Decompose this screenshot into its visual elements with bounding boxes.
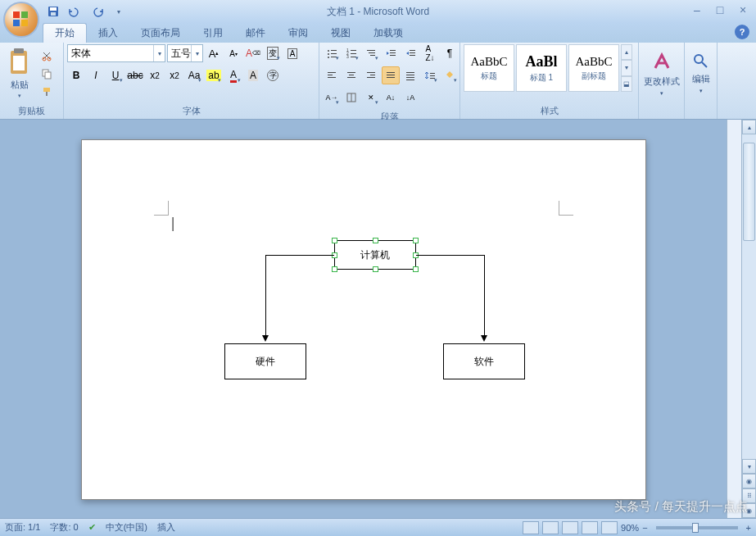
tab-view[interactable]: 视图 bbox=[319, 24, 362, 43]
align-right-button[interactable] bbox=[362, 66, 380, 84]
paste-button[interactable]: 粘贴 ▾ bbox=[3, 44, 36, 102]
sort-desc-button[interactable]: ↓A bbox=[401, 89, 419, 107]
show-marks-button[interactable]: ¶ bbox=[441, 44, 459, 62]
zoom-in-button[interactable]: + bbox=[746, 523, 751, 533]
page[interactable]: │ 计算机 硬件 bbox=[81, 139, 646, 500]
gallery-up-button[interactable]: ▴ bbox=[621, 44, 632, 60]
view-fullscreen-button[interactable] bbox=[542, 521, 559, 534]
multilevel-list-button[interactable] bbox=[362, 44, 380, 62]
format-painter-button[interactable] bbox=[38, 84, 56, 100]
subscript-button[interactable]: x2 bbox=[146, 66, 164, 84]
line-spacing-button[interactable] bbox=[421, 66, 439, 84]
status-page[interactable]: 页面: 1/1 bbox=[5, 521, 40, 534]
style-item-subtitle[interactable]: AaBbC 副标题 bbox=[568, 44, 619, 92]
scroll-down-button[interactable]: ▾ bbox=[742, 459, 756, 474]
undo-button[interactable] bbox=[64, 2, 82, 20]
scroll-up-button[interactable]: ▴ bbox=[742, 120, 756, 134]
tab-addins[interactable]: 加载项 bbox=[362, 24, 414, 43]
shrink-font-button[interactable]: A▾ bbox=[224, 44, 242, 62]
help-button[interactable]: ? bbox=[735, 25, 749, 39]
diagram-box-software[interactable]: 软件 bbox=[443, 343, 525, 379]
underline-button[interactable]: U bbox=[106, 66, 124, 84]
save-button[interactable] bbox=[44, 2, 62, 20]
close-button[interactable]: × bbox=[735, 3, 751, 16]
arrow-icon bbox=[262, 335, 269, 342]
bold-button[interactable]: B bbox=[67, 66, 85, 84]
superscript-button[interactable]: x2 bbox=[165, 66, 183, 84]
style-item-heading1[interactable]: AaBl 标题 1 bbox=[516, 44, 567, 92]
numbering-button[interactable]: 123 bbox=[342, 44, 360, 62]
char-shading-button[interactable]: A bbox=[244, 66, 262, 84]
text-direction-button[interactable]: A→ bbox=[323, 89, 341, 107]
zoom-level[interactable]: 90% bbox=[621, 523, 639, 533]
increase-indent-button[interactable] bbox=[401, 44, 419, 62]
enclose-char-button[interactable]: 字 bbox=[264, 66, 282, 84]
scroll-thumb[interactable] bbox=[743, 143, 755, 241]
qat-customize-button[interactable]: ▾ bbox=[110, 2, 128, 20]
font-size-combo[interactable]: 五号▾ bbox=[167, 44, 203, 62]
strikethrough-button[interactable]: abc bbox=[126, 66, 144, 84]
font-name-combo[interactable]: 宋体▾ bbox=[67, 44, 165, 62]
view-web-button[interactable] bbox=[562, 521, 578, 534]
tab-pagelayout[interactable]: 页面布局 bbox=[129, 24, 192, 43]
minimize-button[interactable]: – bbox=[689, 3, 705, 16]
prev-page-button[interactable]: ◉ bbox=[742, 474, 756, 488]
view-draft-button[interactable] bbox=[601, 521, 618, 534]
clear-formatting-button[interactable]: A⌫ bbox=[244, 44, 262, 62]
vertical-scrollbar[interactable]: ▴ ▾ ◉ ⠿ ◉ bbox=[741, 120, 756, 518]
bullets-button[interactable] bbox=[323, 44, 341, 62]
sort-asc-button[interactable]: A↓ bbox=[382, 89, 400, 107]
redo-button[interactable] bbox=[90, 2, 108, 20]
italic-button[interactable]: I bbox=[87, 66, 105, 84]
restore-button[interactable]: □ bbox=[712, 3, 728, 16]
document-area: │ 计算机 硬件 bbox=[0, 120, 756, 518]
shading-button[interactable] bbox=[441, 66, 459, 84]
view-print-layout-button[interactable] bbox=[523, 521, 539, 534]
style-item-title[interactable]: AaBbC 标题 bbox=[464, 44, 514, 92]
window-controls: – □ × bbox=[689, 3, 751, 16]
decrease-indent-button[interactable] bbox=[382, 44, 400, 62]
window-title: 文档 1 - Microsoft Word bbox=[327, 5, 429, 19]
highlight-button[interactable]: ab bbox=[205, 66, 223, 84]
status-proofing-icon[interactable]: ✔ bbox=[88, 522, 96, 533]
copy-button[interactable] bbox=[38, 66, 56, 82]
grow-font-button[interactable]: A▴ bbox=[205, 44, 223, 62]
editing-button[interactable]: 编辑 ▾ bbox=[688, 44, 713, 102]
status-language[interactable]: 中文(中国) bbox=[106, 521, 147, 534]
char-border-button[interactable]: A bbox=[283, 44, 301, 62]
diagram-box-hardware[interactable]: 硬件 bbox=[224, 343, 306, 379]
justify-button[interactable] bbox=[382, 66, 400, 84]
change-styles-button[interactable]: 更改样式 ▾ bbox=[642, 44, 681, 102]
scroll-track[interactable] bbox=[742, 134, 756, 459]
asian-layout-button[interactable] bbox=[342, 89, 360, 107]
browse-object-button[interactable]: ⠿ bbox=[742, 488, 756, 503]
status-insert-mode[interactable]: 插入 bbox=[157, 521, 175, 534]
tab-mailings[interactable]: 邮件 bbox=[234, 24, 277, 43]
zoom-slider-thumb[interactable] bbox=[692, 523, 699, 533]
distributed-button[interactable] bbox=[401, 66, 419, 84]
diagram-connector bbox=[265, 255, 334, 256]
status-wordcount[interactable]: 字数: 0 bbox=[50, 521, 78, 534]
vertical-ruler-toggle[interactable] bbox=[727, 120, 741, 518]
tab-insert[interactable]: 插入 bbox=[87, 24, 129, 43]
phonetic-guide-button[interactable]: 变 bbox=[264, 44, 282, 62]
char-scaling-button[interactable]: ✕ bbox=[362, 89, 380, 107]
next-page-button[interactable]: ◉ bbox=[742, 503, 756, 518]
diagram-box-root[interactable]: 计算机 bbox=[334, 240, 416, 270]
view-outline-button[interactable] bbox=[582, 521, 598, 534]
tab-home[interactable]: 开始 bbox=[43, 23, 87, 43]
gallery-more-button[interactable]: ⬓ bbox=[621, 76, 632, 92]
zoom-out-button[interactable]: − bbox=[642, 523, 647, 533]
change-case-button[interactable]: Aa bbox=[185, 66, 203, 84]
align-left-button[interactable] bbox=[323, 66, 341, 84]
document-scroll[interactable]: │ 计算机 硬件 bbox=[0, 120, 727, 518]
gallery-down-button[interactable]: ▾ bbox=[621, 60, 632, 75]
tab-review[interactable]: 审阅 bbox=[277, 24, 319, 43]
cut-button[interactable] bbox=[38, 48, 56, 64]
font-color-button[interactable]: A bbox=[224, 66, 242, 84]
align-center-button[interactable] bbox=[342, 66, 360, 84]
office-button[interactable] bbox=[3, 2, 39, 38]
sort-button[interactable]: AZ↓ bbox=[421, 44, 439, 62]
tab-references[interactable]: 引用 bbox=[192, 24, 234, 43]
zoom-slider[interactable] bbox=[656, 526, 738, 529]
